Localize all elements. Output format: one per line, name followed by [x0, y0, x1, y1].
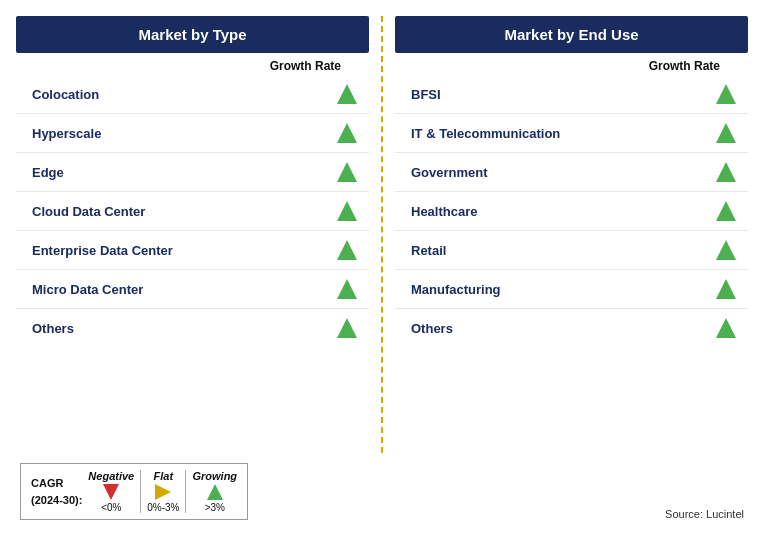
- arrow-up-icon: [337, 318, 357, 338]
- arrow-up-icon: [337, 162, 357, 182]
- legend-divider: [140, 470, 141, 513]
- cagr-label: CAGR(2024-30):: [31, 475, 82, 508]
- arrow-up-icon: [716, 123, 736, 143]
- list-item: Colocation: [16, 75, 369, 114]
- right-items-list: BFSI IT & Telecommunication Government H…: [395, 75, 748, 347]
- flat-label: Flat: [154, 470, 174, 482]
- growing-label: Growing: [192, 470, 237, 482]
- arrow-down-icon: [103, 484, 119, 500]
- item-label-it-telecom: IT & Telecommunication: [411, 126, 560, 141]
- legend-flat: Flat 0%-3%: [147, 470, 179, 513]
- arrow-up-icon: [337, 279, 357, 299]
- item-label-bfsi: BFSI: [411, 87, 441, 102]
- negative-label: Negative: [88, 470, 134, 482]
- item-label-others-left: Others: [32, 321, 74, 336]
- main-container: Market by Type Growth Rate Colocation Hy…: [16, 16, 748, 453]
- arrow-up-icon: [716, 201, 736, 221]
- arrow-up-icon: [716, 162, 736, 182]
- left-panel-header: Market by Type: [16, 16, 369, 53]
- item-label-others-right: Others: [411, 321, 453, 336]
- item-label-edge: Edge: [32, 165, 64, 180]
- item-label-colocation: Colocation: [32, 87, 99, 102]
- arrow-up-icon: [337, 84, 357, 104]
- legend-box: CAGR(2024-30): Negative <0% Flat 0%-3% G…: [20, 463, 248, 520]
- list-item: IT & Telecommunication: [395, 114, 748, 153]
- left-panel: Market by Type Growth Rate Colocation Hy…: [16, 16, 369, 453]
- item-label-healthcare: Healthcare: [411, 204, 477, 219]
- flat-range: 0%-3%: [147, 502, 179, 513]
- list-item: BFSI: [395, 75, 748, 114]
- legend-negative: Negative <0%: [88, 470, 134, 513]
- arrow-up-icon: [337, 123, 357, 143]
- list-item: Healthcare: [395, 192, 748, 231]
- list-item: Micro Data Center: [16, 270, 369, 309]
- list-item: Others: [16, 309, 369, 347]
- source-label: Source: Lucintel: [665, 508, 744, 520]
- item-label-manufacturing: Manufacturing: [411, 282, 501, 297]
- list-item: Retail: [395, 231, 748, 270]
- item-label-hyperscale: Hyperscale: [32, 126, 101, 141]
- panel-divider: [381, 16, 383, 453]
- arrow-up-icon: [716, 240, 736, 260]
- list-item: Government: [395, 153, 748, 192]
- item-label-retail: Retail: [411, 243, 446, 258]
- item-label-cloud-data-center: Cloud Data Center: [32, 204, 145, 219]
- list-item: Enterprise Data Center: [16, 231, 369, 270]
- legend-growing: Growing >3%: [192, 470, 237, 513]
- item-label-enterprise-data-center: Enterprise Data Center: [32, 243, 173, 258]
- list-item: Manufacturing: [395, 270, 748, 309]
- arrow-up-icon: [716, 318, 736, 338]
- list-item: Others: [395, 309, 748, 347]
- right-growth-label: Growth Rate: [395, 53, 748, 75]
- legend-container: CAGR(2024-30): Negative <0% Flat 0%-3% G…: [16, 463, 748, 520]
- list-item: Hyperscale: [16, 114, 369, 153]
- item-label-micro-data-center: Micro Data Center: [32, 282, 143, 297]
- arrow-right-icon: [155, 484, 171, 500]
- arrow-up-icon: [716, 84, 736, 104]
- list-item: Cloud Data Center: [16, 192, 369, 231]
- arrow-up-icon: [337, 201, 357, 221]
- item-label-government: Government: [411, 165, 488, 180]
- negative-range: <0%: [101, 502, 121, 513]
- left-items-list: Colocation Hyperscale Edge Cloud Data Ce…: [16, 75, 369, 347]
- right-panel: Market by End Use Growth Rate BFSI IT & …: [395, 16, 748, 453]
- arrow-up-icon: [716, 279, 736, 299]
- legend-divider2: [185, 470, 186, 513]
- list-item: Edge: [16, 153, 369, 192]
- right-panel-header: Market by End Use: [395, 16, 748, 53]
- arrow-up-icon: [337, 240, 357, 260]
- left-growth-label: Growth Rate: [16, 53, 369, 75]
- growing-range: >3%: [205, 502, 225, 513]
- arrow-up-green-icon: [207, 484, 223, 500]
